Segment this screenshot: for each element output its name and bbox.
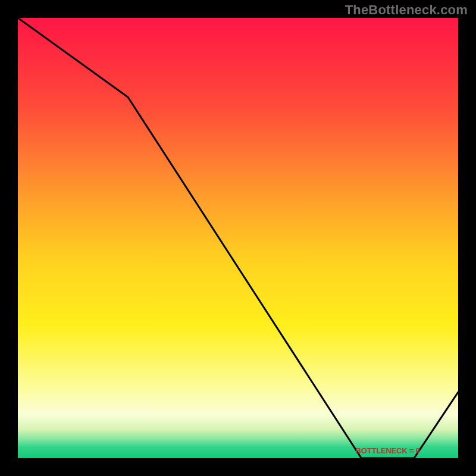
plot-frame: BOTTLENECK = 0 <box>18 18 458 458</box>
watermark-text: TheBottleneck.com <box>345 2 468 18</box>
chart-container: TheBottleneck.com BOTTLENECK = 0 <box>0 0 476 476</box>
plot-svg: BOTTLENECK = 0 <box>18 18 458 458</box>
gradient-background <box>18 18 458 458</box>
optimal-label: BOTTLENECK = 0 <box>356 446 420 455</box>
